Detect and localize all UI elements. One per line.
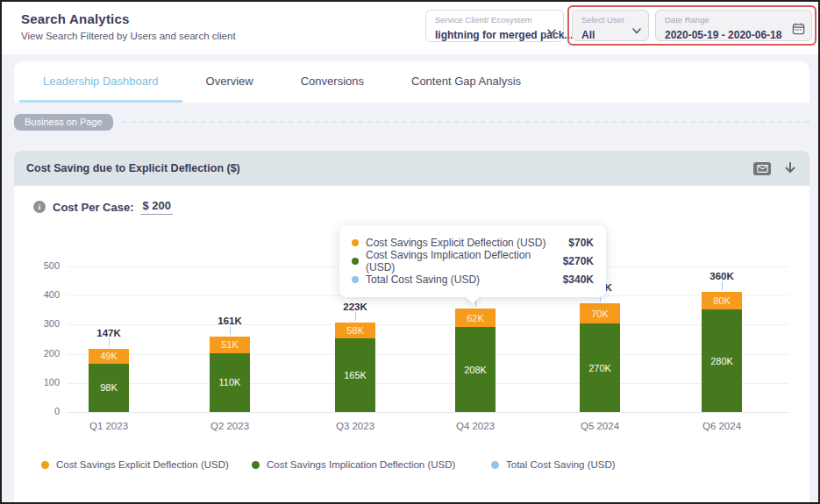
cost-per-case-label: Cost Per Case: (53, 201, 133, 214)
tab-conversions[interactable]: Conversions (277, 61, 388, 103)
bar-segment-implication-q4-2023[interactable]: 208K (455, 327, 496, 412)
total-connector-line (355, 312, 356, 321)
gridline-300 (68, 324, 788, 325)
gridline-0 (68, 412, 788, 413)
x-axis-label-q2-2023: Q2 2023 (190, 421, 269, 431)
chart-tooltip: Cost Savings Explicit Deflection (USD) $… (339, 225, 606, 297)
total-label-q1-2023: 147K (81, 328, 137, 338)
dashed-divider (122, 121, 809, 123)
select-user-dropdown[interactable]: Select User All (572, 10, 649, 41)
y-axis-tick-0: 0 (19, 406, 60, 416)
total-label-q6-2024: 360K (694, 271, 750, 281)
bar-q1-2023[interactable]: 49K98K (89, 349, 129, 412)
bar-q3-2023[interactable]: 58K165K (335, 323, 375, 412)
legend-item-explicit: Cost Savings Explicit Deflection (USD) (41, 459, 229, 470)
page-title: Search Analytics (21, 11, 130, 26)
info-icon[interactable]: i (33, 201, 46, 213)
date-range-value: 2020-05-19 - 2020-06-18 (665, 29, 781, 41)
chevron-down-icon (631, 24, 642, 34)
tab-content-gap-analysis[interactable]: Content Gap Analysis (388, 61, 545, 103)
bar-segment-implication-q6-2024[interactable]: 280K (702, 309, 742, 412)
tab-leadership-dashboard[interactable]: Leadership Dashboard (19, 61, 182, 103)
bar-segment-explicit-q6-2024[interactable]: 80K (702, 292, 742, 309)
legend-label: Cost Savings Implication Deflection (USD… (267, 459, 455, 470)
tab-overview[interactable]: Overview (182, 61, 277, 103)
bar-q2-2023[interactable]: 51K110K (210, 337, 250, 412)
y-axis-tick-100: 100 (19, 377, 60, 387)
bar-segment-implication-q2-2023[interactable]: 110K (210, 353, 250, 412)
x-axis-label-q6-2024: Q6 2024 (682, 421, 761, 431)
legend-label: Cost Savings Explicit Deflection (USD) (56, 459, 229, 470)
business-on-page-row: Business on Page (14, 113, 809, 131)
gridline-200 (68, 354, 788, 355)
service-client-label: Service Client/ Ecosystem (435, 15, 556, 25)
download-icon[interactable] (783, 161, 797, 175)
x-axis-label-q3-2023: Q3 2023 (316, 421, 395, 431)
cost-saving-panel: Cost Saving due to Explicit Deflection (… (14, 151, 809, 502)
gridline-100 (68, 383, 788, 384)
implication-deflection-dot-icon (252, 461, 260, 469)
date-range-picker[interactable]: Date Range 2020-05-19 - 2020-06-18 (655, 10, 812, 41)
total-connector-line (109, 338, 110, 347)
tooltip-label: Cost Savings Explicit Deflection (USD) (366, 237, 545, 249)
header: Search Analytics View Search Filtered by… (2, 2, 818, 54)
bar-segment-explicit-q2-2023[interactable]: 51K (210, 337, 250, 352)
chevron-down-icon (546, 25, 557, 35)
panel-actions (753, 161, 797, 175)
y-axis-tick-500: 500 (19, 260, 60, 271)
legend-item-implication: Cost Savings Implication Deflection (USD… (252, 459, 455, 470)
y-axis-tick-400: 400 (19, 289, 60, 300)
legend-item-total: Total Cost Saving (USD) (491, 459, 616, 470)
bar-q6-2024[interactable]: 80K280K (702, 292, 742, 412)
cost-per-case-row: i Cost Per Case: $ 200 (33, 199, 173, 215)
highlight-annotation-box: Select User All Date Range 2020-05-19 - … (567, 5, 816, 46)
date-range-label: Date Range (665, 15, 804, 25)
bar-segment-implication-q5-2024[interactable]: 270K (580, 323, 620, 412)
business-on-page-badge[interactable]: Business on Page (14, 114, 113, 131)
bar-segment-explicit-q5-2024[interactable]: 70K (580, 303, 620, 323)
service-client-dropdown[interactable]: Service Client/ Ecosystem lightning for … (425, 10, 564, 42)
x-axis-label-q1-2023: Q1 2023 (69, 421, 148, 431)
explicit-deflection-dot-icon (41, 461, 49, 469)
tooltip-row: Cost Savings Implication Deflection (USD… (352, 252, 594, 270)
tab-bar: Leadership Dashboard Overview Conversion… (14, 61, 809, 103)
tooltip-value: $70K (568, 237, 594, 249)
tooltip-value: $270K (563, 255, 594, 267)
app-window: Search Analytics View Search Filtered by… (0, 0, 820, 504)
tooltip-label: Cost Savings Implication Deflection (USD… (366, 249, 563, 273)
implication-deflection-dot-icon (352, 258, 359, 265)
bar-segment-implication-q3-2023[interactable]: 165K (335, 338, 375, 412)
total-label-q3-2023: 223K (327, 302, 383, 312)
bar-segment-explicit-q3-2023[interactable]: 58K (335, 323, 375, 338)
bar-segment-explicit-q1-2023[interactable]: 49K (89, 349, 129, 364)
select-user-value: All (581, 29, 595, 41)
tooltip-value: $340K (563, 273, 594, 286)
email-icon[interactable] (753, 162, 771, 175)
x-axis-label-q5-2024: Q5 2024 (560, 421, 639, 431)
explicit-deflection-dot-icon (352, 239, 359, 246)
total-connector-line (722, 281, 723, 290)
total-label-q2-2023: 161K (202, 316, 258, 326)
y-axis-tick-300: 300 (19, 318, 60, 329)
total-cost-saving-dot-icon (491, 461, 499, 469)
bar-q5-2024[interactable]: 70K270K (580, 303, 620, 412)
x-axis-label-q4-2023: Q4 2023 (436, 421, 515, 431)
legend-label: Total Cost Saving (USD) (506, 459, 616, 470)
bar-segment-explicit-q4-2023[interactable]: 62K (455, 309, 496, 327)
bar-segment-implication-q1-2023[interactable]: 98K (89, 364, 129, 412)
tooltip-label: Total Cost Saving (USD) (366, 273, 480, 286)
calendar-icon (792, 22, 805, 35)
total-cost-saving-dot-icon (352, 276, 359, 283)
y-axis-tick-200: 200 (19, 348, 60, 358)
panel-header: Cost Saving due to Explicit Deflection (… (14, 151, 809, 186)
panel-title: Cost Saving due to Explicit Deflection (… (26, 162, 240, 174)
bar-q4-2023[interactable]: 62K208K (455, 309, 496, 412)
total-connector-line (230, 326, 231, 335)
cost-per-case-value[interactable]: $ 200 (140, 199, 173, 215)
page-subtitle: View Search Filtered by Users and search… (21, 31, 236, 41)
